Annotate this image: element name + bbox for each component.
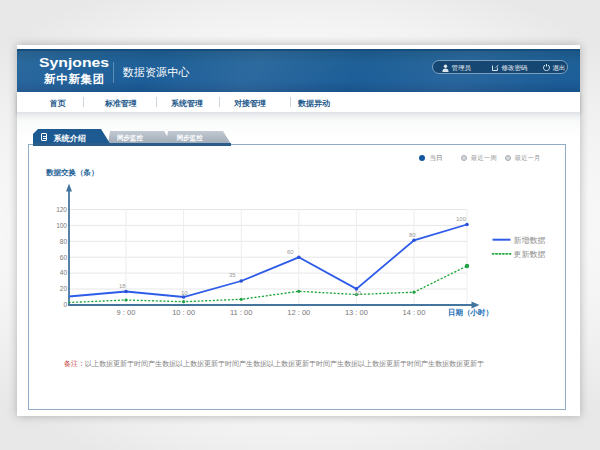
svg-text:10: 10	[355, 290, 362, 296]
svg-text:20: 20	[60, 285, 68, 292]
svg-text:10: 10	[181, 290, 188, 296]
svg-text:120: 120	[56, 206, 67, 213]
svg-text:60: 60	[60, 254, 68, 261]
svg-text:12 : 00: 12 : 00	[287, 308, 310, 317]
svg-text:10 : 00: 10 : 00	[172, 308, 195, 317]
svg-text:18: 18	[119, 283, 126, 289]
svg-text:100: 100	[56, 222, 67, 229]
svg-text:60: 60	[287, 249, 294, 255]
svg-text:更新数据: 更新数据	[514, 250, 546, 259]
svg-text:11 : 00: 11 : 00	[230, 308, 252, 317]
svg-text:80: 80	[60, 238, 68, 245]
svg-text:14 : 00: 14 : 00	[403, 308, 426, 317]
svg-text:新增数据: 新增数据	[514, 236, 546, 245]
svg-text:13 : 00: 13 : 00	[345, 308, 368, 317]
svg-text:40: 40	[60, 269, 68, 276]
svg-text:100: 100	[456, 216, 467, 222]
svg-text:0: 0	[63, 301, 67, 308]
svg-text:35: 35	[229, 272, 236, 278]
svg-text:9 : 00: 9 : 00	[117, 308, 136, 317]
svg-text:80: 80	[409, 232, 416, 238]
